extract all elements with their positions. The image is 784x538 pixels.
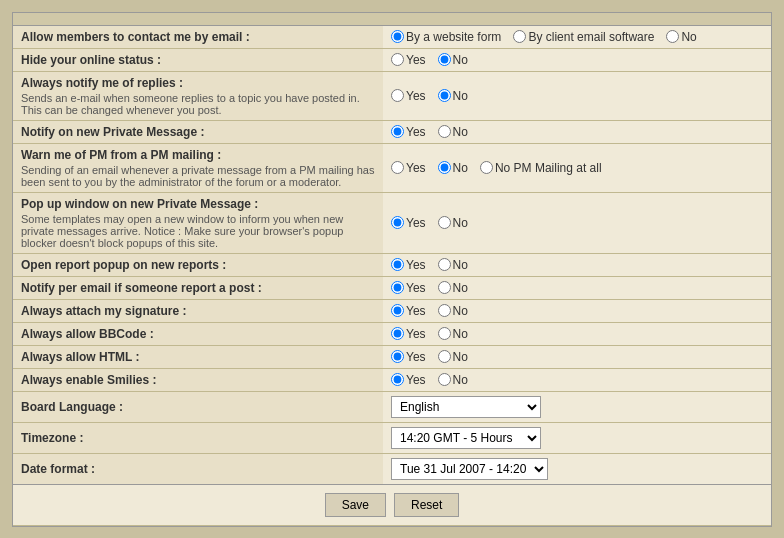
radio-warn-pm-mailing-yes[interactable] xyxy=(391,161,404,174)
pref-control-enable-smilies: Yes No xyxy=(383,368,771,391)
pref-row-contact-email: Allow members to contact me by email : B… xyxy=(13,26,771,49)
pref-control-warn-pm-mailing: Yes No No PM Mailing at all xyxy=(383,143,771,192)
radio-label-notify-report-0[interactable]: Yes xyxy=(391,281,426,295)
save-button[interactable]: Save xyxy=(325,493,386,517)
radio-label-attach-sig-0[interactable]: Yes xyxy=(391,304,426,318)
radio-label-allow-bbcode-1[interactable]: No xyxy=(438,327,468,341)
pref-control-allow-html: Yes No xyxy=(383,345,771,368)
pref-label-warn-pm-mailing: Warn me of PM from a PM mailing :Sending… xyxy=(13,143,383,192)
radio-notify-replies-yes[interactable] xyxy=(391,89,404,102)
radio-warn-pm-mailing-no[interactable] xyxy=(438,161,451,174)
radio-report-popup-no[interactable] xyxy=(438,258,451,271)
radio-popup-pm-no[interactable] xyxy=(438,216,451,229)
radio-allow-bbcode-no[interactable] xyxy=(438,327,451,340)
reset-button[interactable]: Reset xyxy=(394,493,459,517)
radio-label-online-status-1[interactable]: No xyxy=(438,53,468,67)
radio-group-popup-pm: Yes No xyxy=(391,216,763,230)
radio-contact-email-website[interactable] xyxy=(391,30,404,43)
pref-control-contact-email: By a website form By client email softwa… xyxy=(383,26,771,49)
radio-label-contact-email-2[interactable]: No xyxy=(666,30,696,44)
radio-label-notify-report-1[interactable]: No xyxy=(438,281,468,295)
radio-label-enable-smilies-1[interactable]: No xyxy=(438,373,468,387)
radio-label-warn-pm-mailing-1[interactable]: No xyxy=(438,161,468,175)
radio-group-allow-bbcode: Yes No xyxy=(391,327,763,341)
pref-row-notify-replies: Always notify me of replies :Sends an e-… xyxy=(13,71,771,120)
pref-control-report-popup: Yes No xyxy=(383,253,771,276)
radio-online-status-no[interactable] xyxy=(438,53,451,66)
pref-control-dateformat: Tue 31 Jul 2007 - 14:2031/07/200707/31/2… xyxy=(383,453,771,484)
radio-label-attach-sig-1[interactable]: No xyxy=(438,304,468,318)
radio-report-popup-yes[interactable] xyxy=(391,258,404,271)
pref-row-notify-pm: Notify on new Private Message : Yes No xyxy=(13,120,771,143)
radio-popup-pm-yes[interactable] xyxy=(391,216,404,229)
pref-control-language: EnglishFrenchGermanSpanish xyxy=(383,391,771,422)
pref-label-attach-sig: Always attach my signature : xyxy=(13,299,383,322)
radio-group-enable-smilies: Yes No xyxy=(391,373,763,387)
radio-label-allow-html-0[interactable]: Yes xyxy=(391,350,426,364)
preferences-table: Allow members to contact me by email : B… xyxy=(13,26,771,526)
radio-enable-smilies-no[interactable] xyxy=(438,373,451,386)
radio-group-online-status: Yes No xyxy=(391,53,763,67)
radio-label-popup-pm-1[interactable]: No xyxy=(438,216,468,230)
language-select[interactable]: EnglishFrenchGermanSpanish xyxy=(391,396,541,418)
radio-attach-sig-yes[interactable] xyxy=(391,304,404,317)
radio-label-allow-html-1[interactable]: No xyxy=(438,350,468,364)
pref-row-warn-pm-mailing: Warn me of PM from a PM mailing :Sending… xyxy=(13,143,771,192)
radio-label-contact-email-1[interactable]: By client email software xyxy=(513,30,654,44)
pref-row-report-popup: Open report popup on new reports : Yes N… xyxy=(13,253,771,276)
pref-control-notify-report: Yes No xyxy=(383,276,771,299)
pref-row-allow-bbcode: Always allow BBCode : Yes No xyxy=(13,322,771,345)
pref-control-online-status: Yes No xyxy=(383,48,771,71)
pref-label-report-popup: Open report popup on new reports : xyxy=(13,253,383,276)
radio-label-notify-replies-0[interactable]: Yes xyxy=(391,89,426,103)
radio-allow-bbcode-yes[interactable] xyxy=(391,327,404,340)
radio-notify-report-yes[interactable] xyxy=(391,281,404,294)
radio-notify-replies-no[interactable] xyxy=(438,89,451,102)
pref-control-popup-pm: Yes No xyxy=(383,192,771,253)
radio-group-warn-pm-mailing: Yes No No PM Mailing at all xyxy=(391,161,763,175)
pref-row-dateformat: Date format :Tue 31 Jul 2007 - 14:2031/0… xyxy=(13,453,771,484)
radio-notify-pm-yes[interactable] xyxy=(391,125,404,138)
pref-control-timezone: 14:20 GMT - 5 Hours14:20 GMT - 4 Hours14… xyxy=(383,422,771,453)
pref-row-language: Board Language :EnglishFrenchGermanSpani… xyxy=(13,391,771,422)
pref-label-notify-pm: Notify on new Private Message : xyxy=(13,120,383,143)
radio-label-notify-pm-0[interactable]: Yes xyxy=(391,125,426,139)
pref-label-timezone: Timezone : xyxy=(13,422,383,453)
radio-label-notify-pm-1[interactable]: No xyxy=(438,125,468,139)
radio-contact-email-no[interactable] xyxy=(666,30,679,43)
radio-attach-sig-no[interactable] xyxy=(438,304,451,317)
pref-label-online-status: Hide your online status : xyxy=(13,48,383,71)
radio-label-enable-smilies-0[interactable]: Yes xyxy=(391,373,426,387)
timezone-select[interactable]: 14:20 GMT - 5 Hours14:20 GMT - 4 Hours14… xyxy=(391,427,541,449)
radio-allow-html-yes[interactable] xyxy=(391,350,404,363)
radio-allow-html-no[interactable] xyxy=(438,350,451,363)
dateformat-select[interactable]: Tue 31 Jul 2007 - 14:2031/07/200707/31/2… xyxy=(391,458,548,480)
radio-label-online-status-0[interactable]: Yes xyxy=(391,53,426,67)
pref-label-allow-html: Always allow HTML : xyxy=(13,345,383,368)
pref-label-contact-email: Allow members to contact me by email : xyxy=(13,26,383,49)
radio-label-contact-email-0[interactable]: By a website form xyxy=(391,30,501,44)
pref-label-popup-pm: Pop up window on new Private Message :So… xyxy=(13,192,383,253)
radio-online-status-yes[interactable] xyxy=(391,53,404,66)
radio-label-allow-bbcode-0[interactable]: Yes xyxy=(391,327,426,341)
radio-warn-pm-mailing-nopm[interactable] xyxy=(480,161,493,174)
radio-group-contact-email: By a website form By client email softwa… xyxy=(391,30,763,44)
radio-contact-email-client[interactable] xyxy=(513,30,526,43)
radio-label-notify-replies-1[interactable]: No xyxy=(438,89,468,103)
radio-enable-smilies-yes[interactable] xyxy=(391,373,404,386)
pref-control-notify-replies: Yes No xyxy=(383,71,771,120)
radio-label-report-popup-0[interactable]: Yes xyxy=(391,258,426,272)
pref-label-allow-bbcode: Always allow BBCode : xyxy=(13,322,383,345)
pref-row-enable-smilies: Always enable Smilies : Yes No xyxy=(13,368,771,391)
radio-notify-report-no[interactable] xyxy=(438,281,451,294)
pref-row-timezone: Timezone :14:20 GMT - 5 Hours14:20 GMT -… xyxy=(13,422,771,453)
radio-label-warn-pm-mailing-2[interactable]: No PM Mailing at all xyxy=(480,161,602,175)
pref-row-online-status: Hide your online status : Yes No xyxy=(13,48,771,71)
radio-label-warn-pm-mailing-0[interactable]: Yes xyxy=(391,161,426,175)
preferences-panel: Allow members to contact me by email : B… xyxy=(12,12,772,527)
radio-label-report-popup-1[interactable]: No xyxy=(438,258,468,272)
radio-label-popup-pm-0[interactable]: Yes xyxy=(391,216,426,230)
pref-row-notify-report: Notify per email if someone report a pos… xyxy=(13,276,771,299)
radio-notify-pm-no[interactable] xyxy=(438,125,451,138)
pref-label-language: Board Language : xyxy=(13,391,383,422)
